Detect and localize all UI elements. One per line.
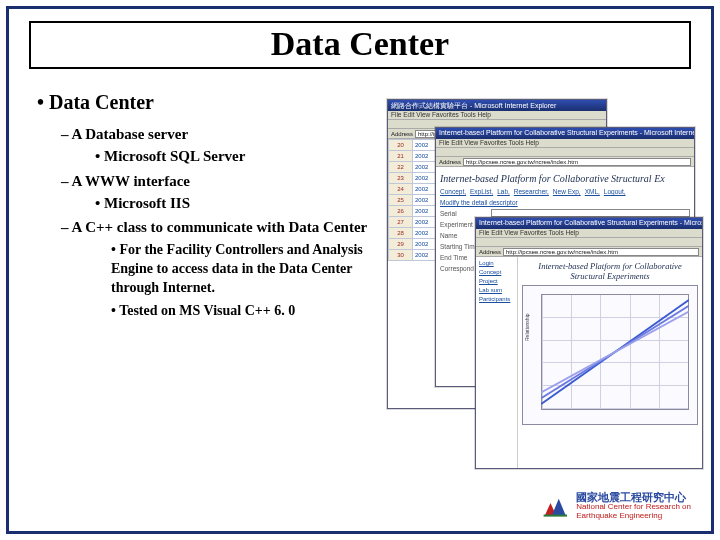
footer-text: 國家地震工程研究中心 National Center for Research … bbox=[576, 492, 691, 521]
sidebar-3: LoginConceptProjectLab sumParticipants bbox=[476, 257, 518, 468]
chart-line bbox=[541, 311, 689, 392]
slide-title: Data Center bbox=[31, 25, 689, 63]
ncree-logo-icon bbox=[542, 496, 570, 518]
bullet-l2c: A C++ class to communicate with Data Cen… bbox=[61, 217, 377, 237]
bullet-l1: Data Center bbox=[37, 89, 377, 116]
footer-en2: Earthquake Engineering bbox=[576, 512, 691, 521]
nav-links-2: Concept,ExpList,Lab,Researcher,New Exp,X… bbox=[440, 188, 690, 195]
sidebar-link: Project bbox=[479, 278, 514, 284]
titlebar-2: Internet-based Platform for Collaborativ… bbox=[436, 128, 694, 139]
toolbar-3 bbox=[476, 238, 702, 247]
sidebar-link: Concept bbox=[479, 269, 514, 275]
form-label: Serial bbox=[440, 210, 488, 217]
svg-rect-0 bbox=[544, 514, 567, 516]
slide-title-box: Data Center bbox=[29, 21, 691, 69]
chart-ylabel: Relationship bbox=[524, 314, 530, 342]
toolbar-2 bbox=[436, 148, 694, 157]
form-row: Serial bbox=[440, 209, 690, 217]
page-desc-2: Modify the detail descriptor bbox=[440, 199, 690, 206]
menubar-3: File Edit View Favorites Tools Help bbox=[476, 229, 702, 238]
titlebar-1: 網路合作式結構實驗平台 - Microsoft Internet Explore… bbox=[388, 100, 606, 111]
form-input bbox=[491, 209, 690, 217]
addr-label-3: Address bbox=[479, 249, 501, 255]
page-title-3: Internet-based Platform for Collaborativ… bbox=[522, 261, 698, 281]
chart-wrap: Internet-based Platform for Collaborativ… bbox=[518, 257, 702, 468]
bullet-l2b: A WWW interface bbox=[61, 171, 377, 191]
nav-link: ExpList, bbox=[470, 188, 493, 195]
sidebar-link: Login bbox=[479, 260, 514, 266]
nav-link: Researcher, bbox=[514, 188, 549, 195]
nav-link: Lab, bbox=[497, 188, 510, 195]
nav-link: New Exp, bbox=[553, 188, 581, 195]
addressbar-3: Address http://ipcsee.ncree.gov.tw/ncree… bbox=[476, 247, 702, 257]
bullet-l4a: For the Facility Controllers and Analysi… bbox=[111, 241, 377, 298]
bullet-l4b: Tested on MS Visual C++ 6. 0 bbox=[111, 302, 377, 321]
slide-frame: Data Center Data Center A Database serve… bbox=[6, 6, 714, 534]
sidebar-link: Participants bbox=[479, 296, 514, 302]
footer-logo-block: 國家地震工程研究中心 National Center for Research … bbox=[542, 492, 691, 521]
nav-link: Concept, bbox=[440, 188, 466, 195]
page-body-3: LoginConceptProjectLab sumParticipants I… bbox=[476, 257, 702, 468]
titlebar-3: Internet-based Platform for Collaborativ… bbox=[476, 218, 702, 229]
menubar-2: File Edit View Favorites Tools Help bbox=[436, 139, 694, 148]
chart-series bbox=[541, 294, 689, 410]
page-title-2: Internet-based Platform for Collaborativ… bbox=[440, 173, 690, 184]
chart: Relationship bbox=[522, 285, 698, 425]
addr-label-1: Address bbox=[391, 131, 413, 137]
bullet-l3a: Microsoft SQL Server bbox=[95, 146, 377, 166]
browser-window-3: Internet-based Platform for Collaborativ… bbox=[475, 217, 703, 469]
addr-label-2: Address bbox=[439, 159, 461, 165]
bullet-content: Data Center A Database server Microsoft … bbox=[37, 89, 377, 321]
sidebar-link: Lab sum bbox=[479, 287, 514, 293]
bullet-l3b: Microsoft IIS bbox=[95, 193, 377, 213]
nav-link: XML, bbox=[585, 188, 600, 195]
addressbar-2: Address http://ipcsee.ncree.gov.tw/ncree… bbox=[436, 157, 694, 167]
screenshot-stack: 網路合作式結構實驗平台 - Microsoft Internet Explore… bbox=[387, 99, 707, 499]
menubar-1: File Edit View Favorites Tools Help bbox=[388, 111, 606, 120]
addr-field-2: http://ipcsee.ncree.gov.tw/ncree/index.h… bbox=[463, 158, 691, 166]
bullet-l2a: A Database server bbox=[61, 124, 377, 144]
addr-field-3: http://ipcsee.ncree.gov.tw/ncree/index.h… bbox=[503, 248, 699, 256]
nav-link: Logout, bbox=[604, 188, 626, 195]
